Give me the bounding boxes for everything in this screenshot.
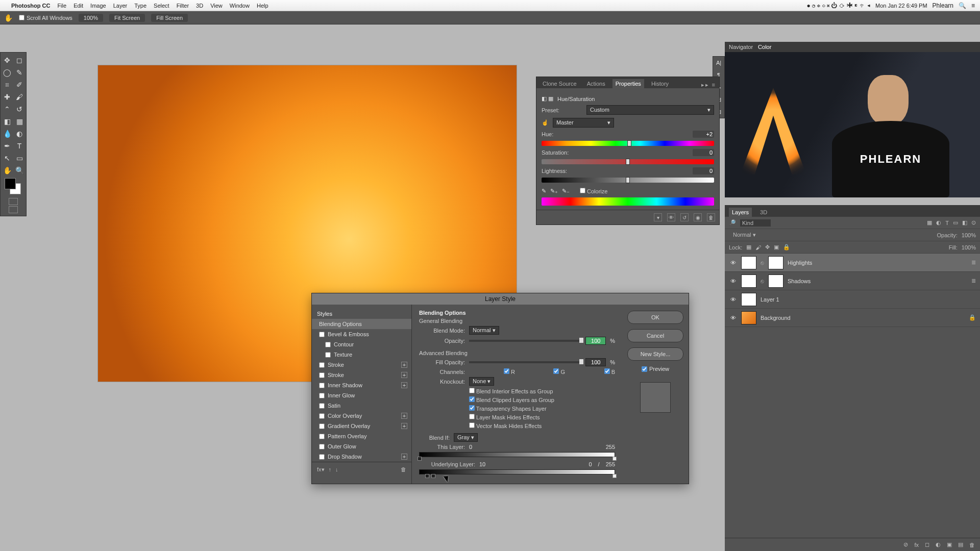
layer-row[interactable]: 👁Layer 1 [725,290,980,309]
view-prev-icon[interactable]: 👁 [667,213,675,221]
saturation-value[interactable]: 0 [693,149,714,156]
lock-all-icon[interactable]: 🔒 [783,244,790,251]
style-texture[interactable]: Texture [312,349,411,360]
menu-window[interactable]: Window [230,3,250,9]
colorize-checkbox[interactable]: Colorize [580,188,607,194]
menu-3d[interactable]: 3D [196,3,203,9]
tab-color[interactable]: Color [758,44,771,50]
tab-history[interactable]: History [648,79,672,88]
tab-navigator[interactable]: Navigator [729,44,753,50]
style-inner-glow[interactable]: Inner Glow [312,390,411,400]
link-layers-icon[interactable]: ⊘ [903,541,908,548]
filter-pixel-icon[interactable]: ▦ [927,219,932,226]
hue-slider[interactable] [542,141,714,146]
filter-type-icon[interactable]: T [945,220,949,226]
color-range-slider[interactable] [542,197,714,206]
fill-screen-button[interactable]: Fill Screen [151,14,188,22]
blendmode-select[interactable]: Normal ▾ [469,326,499,335]
spotlight-icon[interactable]: 🔍 [959,2,966,9]
fit-screen-button[interactable]: Fit Screen [109,14,145,22]
blendif-select[interactable]: Gray ▾ [454,433,478,442]
tab-clone-source[interactable]: Clone Source [540,79,580,88]
tab-layers[interactable]: Layers [729,208,752,217]
healing-tool-icon[interactable]: ✚ [2,91,13,103]
path-tool-icon[interactable]: ↖ [2,153,13,164]
layers-opacity-value[interactable]: 100% [962,232,976,238]
mask-icon[interactable]: ◻ [925,541,929,548]
history-brush-icon[interactable]: ↺ [14,104,25,115]
reset-icon[interactable]: ↺ [680,213,689,221]
move-tool-icon[interactable]: ✥ [2,55,13,66]
ok-button[interactable]: OK [627,311,683,324]
shape-tool-icon[interactable]: ▭ [14,153,25,164]
menu-view[interactable]: View [210,3,223,9]
move-down-icon[interactable]: ↓ [335,466,338,473]
lock-paint-icon[interactable]: 🖌 [755,244,761,251]
tab-properties[interactable]: Properties [612,79,644,88]
brush-tool-icon[interactable]: 🖌 [14,91,25,103]
visibility-icon[interactable]: 👁 [729,315,737,321]
deletelayer-icon[interactable]: 🗑 [969,542,975,548]
delete-effect-icon[interactable]: 🗑 [401,466,406,473]
style-drop-shadow[interactable]: Drop Shadow+ [312,452,411,462]
lock-artboard-icon[interactable]: ▣ [774,244,779,251]
style-gradient-overlay[interactable]: Gradient Overlay+ [312,421,411,431]
tab-3d[interactable]: 3D [757,208,770,217]
style-contour[interactable]: Contour [312,339,411,349]
filter-toggle-icon[interactable]: ⊙ [971,219,976,226]
marquee-tool-icon[interactable]: ◻ [14,55,25,66]
color-swatch[interactable] [2,177,25,196]
fx-icon[interactable]: fx [914,542,919,548]
eraser-tool-icon[interactable]: ◧ [2,116,13,127]
eyedropper-icon[interactable]: ✎ [542,188,546,194]
lock-pos-icon[interactable]: ✥ [765,244,770,251]
menu-layer[interactable]: Layer [113,3,128,9]
move-up-icon[interactable]: ↑ [329,466,332,473]
style-inner-shadow[interactable]: Inner Shadow+ [312,380,411,390]
lasso-tool-icon[interactable]: ◯ [2,67,13,78]
style-stroke[interactable]: Stroke+ [312,360,411,370]
stamp-tool-icon[interactable]: ⌃ [2,104,13,115]
channel-g-checkbox[interactable]: G [519,368,565,375]
underlying-gradient[interactable] [419,469,615,474]
opacity-value[interactable]: 100 [585,337,606,345]
hand-tool-icon[interactable]: ✋ [4,14,13,22]
menu-image[interactable]: Image [90,3,106,9]
visibility-icon[interactable]: ◉ [694,213,702,221]
cb-layermask-hides[interactable]: Layer Mask Hides Effects [469,414,540,420]
filter-shape-icon[interactable]: ▭ [953,219,958,226]
menu-filter[interactable]: Filter [177,3,189,9]
screen-mode-icons[interactable] [2,197,25,214]
newlayer-icon[interactable]: ▤ [958,541,963,548]
menu-select[interactable]: Select [154,3,169,9]
app-name[interactable]: Photoshop CC [11,3,50,9]
cancel-button[interactable]: Cancel [627,329,683,342]
style-pattern-overlay[interactable]: Pattern Overlay [312,431,411,441]
cb-blend-clipped[interactable]: Blend Clipped Layers as Group [469,396,554,403]
fx-badge-icon[interactable]: ≣ [971,259,976,266]
menu-file[interactable]: File [57,3,66,9]
style-satin[interactable]: Satin [312,400,411,411]
cb-transparency-shapes[interactable]: Transparency Shapes Layer [469,405,547,412]
preset-select[interactable]: Custom▾ [586,105,714,115]
fillopacity-value[interactable]: 100 [585,358,606,366]
style-blending-options[interactable]: Blending Options [312,319,411,329]
filter-smart-icon[interactable]: ◧ [962,219,967,226]
fx-menu-icon[interactable]: fx▾ [317,466,325,473]
adjustment-icon[interactable]: ◐ [936,541,941,548]
hue-value[interactable]: +2 [693,131,714,138]
target-adj-icon[interactable]: ☝ [542,119,549,126]
channel-select[interactable]: Master▾ [553,118,614,128]
trash-icon[interactable]: 🗑 [707,213,715,221]
group-icon[interactable]: ▣ [947,541,952,548]
character-panel-icon[interactable]: A| [713,57,724,69]
style-stroke[interactable]: Stroke+ [312,370,411,380]
lightness-slider[interactable] [542,178,714,183]
lightness-value[interactable]: 0 [693,167,714,174]
layer-row[interactable]: 👁Background🔒 [725,309,980,327]
channel-b-checkbox[interactable]: B [569,368,615,375]
eyedropper-add-icon[interactable]: ✎₊ [550,188,558,194]
menu-help[interactable]: Help [257,3,268,9]
style-bevel-emboss[interactable]: Bevel & Emboss [312,329,411,339]
pen-tool-icon[interactable]: ✒ [2,140,13,152]
